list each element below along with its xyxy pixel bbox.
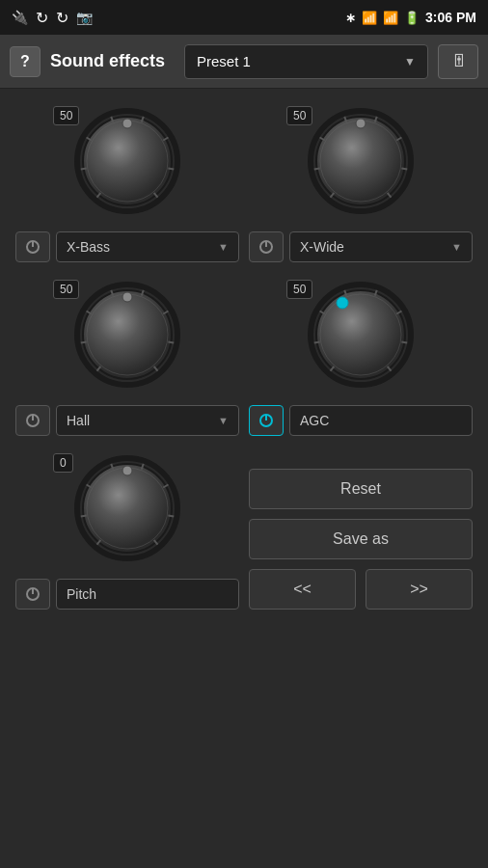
svg-point-1 (83, 117, 172, 205)
chevron-down-icon: ▼ (218, 415, 229, 426)
chevron-down-icon: ▼ (451, 241, 462, 253)
bluetooth-icon: ∗ (345, 11, 356, 25)
agc-controls: AGC (249, 405, 473, 436)
effect-row-2: 50 (15, 272, 473, 436)
hall-cell: 50 (15, 272, 239, 436)
svg-point-3 (122, 119, 132, 128)
xwide-value: 50 (286, 106, 312, 125)
power-icon (258, 413, 274, 428)
main-content: 50 (0, 89, 488, 619)
preset-label: Preset 1 (197, 53, 251, 69)
agc-value: 50 (286, 280, 312, 299)
svg-line-61 (81, 515, 87, 516)
pitch-select-label: Pitch (67, 586, 96, 602)
svg-line-10 (168, 168, 174, 169)
reset-button[interactable]: Reset (249, 469, 473, 509)
status-icons-left: 🔌 ↻ ↻ 📷 (12, 9, 93, 27)
sync-icon-1: ↻ (36, 9, 48, 27)
xbass-knob-area: 50 (45, 98, 209, 224)
hall-power-button[interactable] (15, 405, 50, 436)
xwide-select[interactable]: X-Wide ▼ (289, 231, 473, 262)
pitch-value: 0 (53, 453, 73, 473)
xbass-controls: X-Bass ▼ (15, 231, 239, 262)
xwide-cell: 50 (249, 98, 473, 262)
svg-point-43 (316, 290, 405, 379)
pitch-knob[interactable] (74, 455, 180, 561)
svg-line-47 (314, 341, 320, 342)
time-display: 3:06 PM (425, 10, 476, 25)
action-buttons: Reset Save as << >> (249, 446, 473, 610)
signal-icon: 📶 (383, 11, 398, 25)
xbass-cell: 50 (15, 98, 239, 262)
chevron-down-icon: ▼ (404, 55, 416, 68)
pitch-power-button[interactable] (15, 579, 50, 610)
svg-point-45 (337, 297, 348, 309)
pitch-select[interactable]: Pitch (56, 579, 239, 610)
save-as-button[interactable]: Save as (249, 519, 473, 559)
xbass-select[interactable]: X-Bass ▼ (56, 231, 239, 262)
preset-dropdown[interactable]: Preset 1 ▼ (184, 44, 428, 79)
power-icon (25, 413, 41, 428)
hall-knob-area: 50 (45, 272, 209, 397)
xwide-select-label: X-Wide (300, 239, 344, 255)
status-icons-right: ∗ 📶 📶 🔋 3:06 PM (345, 10, 476, 25)
svg-point-29 (83, 290, 172, 379)
svg-line-19 (314, 168, 320, 169)
power-icon (25, 239, 41, 255)
agc-select[interactable]: AGC (289, 405, 473, 436)
camera-icon: 📷 (76, 10, 93, 25)
xwide-controls: X-Wide ▼ (249, 231, 473, 262)
battery-icon: 🔋 (404, 11, 420, 25)
svg-point-59 (122, 466, 132, 475)
svg-line-5 (81, 168, 87, 169)
agc-cell: 50 (249, 272, 473, 436)
svg-point-31 (122, 292, 132, 302)
xwide-knob-area: 50 (279, 98, 443, 224)
sliders-icon: 🎚 (450, 51, 466, 71)
bottom-row: 0 (15, 446, 473, 610)
pitch-controls: Pitch (15, 579, 239, 610)
power-icon (258, 239, 274, 255)
power-icon (25, 586, 41, 602)
pitch-cell: 0 (15, 446, 239, 610)
hall-controls: Hall ▼ (15, 405, 239, 436)
xbass-power-button[interactable] (15, 231, 50, 262)
status-bar: 🔌 ↻ ↻ 📷 ∗ 📶 📶 🔋 3:06 PM (0, 0, 488, 35)
help-button[interactable]: ? (10, 46, 41, 77)
agc-knob-area: 50 (279, 272, 443, 397)
pitch-knob-area: 0 (45, 446, 209, 571)
prev-button[interactable]: << (249, 569, 356, 610)
svg-point-17 (356, 119, 366, 128)
equalizer-button[interactable]: 🎚 (438, 44, 478, 79)
hall-select[interactable]: Hall ▼ (56, 405, 239, 436)
app-title: Sound effects (50, 51, 165, 71)
xwide-knob[interactable] (308, 108, 414, 214)
xbass-knob[interactable] (74, 108, 180, 214)
svg-line-52 (401, 341, 407, 342)
hall-value: 50 (53, 280, 79, 299)
nav-buttons: << >> (249, 569, 473, 610)
svg-point-57 (83, 464, 172, 553)
effect-row-1: 50 (15, 98, 473, 262)
xbass-value: 50 (53, 106, 79, 125)
chevron-down-icon: ▼ (218, 241, 229, 253)
next-button[interactable]: >> (366, 569, 473, 610)
svg-point-15 (316, 117, 405, 205)
hall-knob[interactable] (74, 282, 180, 388)
sync-icon-2: ↻ (56, 9, 68, 27)
svg-line-66 (168, 515, 174, 516)
app-header: ? Sound effects Preset 1 ▼ 🎚 (0, 35, 488, 89)
xbass-select-label: X-Bass (67, 239, 110, 255)
agc-select-label: AGC (300, 413, 329, 428)
svg-line-24 (401, 168, 407, 169)
agc-power-button[interactable] (249, 405, 284, 436)
xwide-power-button[interactable] (249, 231, 284, 262)
usb-icon: 🔌 (12, 10, 28, 25)
svg-line-38 (168, 341, 174, 342)
hall-select-label: Hall (67, 413, 90, 428)
svg-line-33 (81, 341, 87, 342)
wifi-icon: 📶 (362, 11, 377, 25)
agc-knob[interactable] (308, 282, 414, 388)
